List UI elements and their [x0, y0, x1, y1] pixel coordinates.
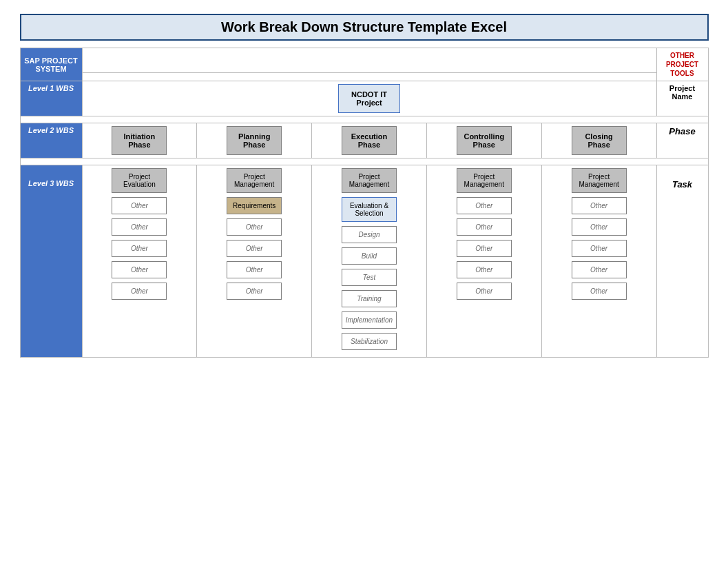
execution-task-5: Training: [342, 290, 397, 307]
execution-task-1: Evaluation & Selection: [342, 197, 397, 222]
closing-task-1: Other: [572, 197, 627, 214]
phase-right-label: Phase: [656, 123, 708, 158]
closing-task-3: Other: [572, 240, 627, 257]
execution-task-0: Project Management: [342, 168, 397, 193]
planning-tasks-cell: Project Management Requirements Other Ot…: [197, 165, 312, 358]
execution-phase-cell: Execution Phase: [312, 123, 427, 158]
controlling-task-1: Other: [457, 197, 512, 214]
closing-tasks-cell: Project Management Other Other Other Oth…: [541, 165, 656, 358]
initiation-task-1: Other: [112, 197, 167, 214]
closing-task-0: Project Management: [572, 168, 627, 193]
closing-task-5: Other: [572, 283, 627, 300]
initiation-task-5: Other: [112, 283, 167, 300]
task-right-label: Task: [656, 165, 708, 358]
planning-phase-box: Planning Phase: [227, 126, 282, 155]
initiation-task-3: Other: [112, 240, 167, 257]
closing-task-2: Other: [572, 218, 627, 236]
level3-row: Level 3 WBS Project Evaluation Other Oth…: [20, 165, 708, 358]
main-title: Work Break Down Structure Template Excel: [20, 14, 709, 41]
closing-phase-box: Closing Phase: [572, 126, 627, 155]
initiation-task-4: Other: [112, 261, 167, 278]
execution-task-3: Build: [342, 247, 397, 265]
level2-row: Level 2 WBS Initiation Phase Planning Ph…: [20, 123, 708, 158]
controlling-phase-box: Controlling Phase: [457, 126, 512, 155]
sap-label: SAP PROJECT SYSTEM: [20, 48, 82, 81]
controlling-task-3: Other: [457, 240, 512, 257]
initiation-phase-cell: Initiation Phase: [82, 123, 197, 158]
execution-task-6: Implementation: [342, 311, 397, 329]
initiation-phase-box: Initiation Phase: [112, 126, 167, 155]
level1-label: Level 1 WBS: [20, 81, 82, 116]
controlling-task-4: Other: [457, 261, 512, 278]
planning-task-5: Other: [227, 283, 282, 300]
level3-label: Level 3 WBS: [20, 165, 82, 358]
planning-task-1: Requirements: [227, 197, 282, 214]
planning-task-3: Other: [227, 240, 282, 257]
controlling-task-2: Other: [457, 218, 512, 236]
other-tools-label: OTHER PROJECT TOOLS: [656, 48, 708, 81]
wbs-table: SAP PROJECT SYSTEM OTHER PROJECT TOOLS L…: [20, 48, 709, 358]
initiation-task-0: Project Evaluation: [112, 168, 167, 193]
controlling-task-5: Other: [457, 283, 512, 300]
execution-task-2: Design: [342, 226, 397, 243]
planning-phase-cell: Planning Phase: [197, 123, 312, 158]
execution-tasks-cell: Project Management Evaluation & Selectio…: [312, 165, 427, 358]
ncdot-box: NCDOT IT Project: [338, 84, 400, 113]
execution-task-4: Test: [342, 269, 397, 286]
level2-label: Level 2 WBS: [20, 123, 82, 158]
spacer1: [20, 116, 708, 123]
closing-phase-cell: Closing Phase: [541, 123, 656, 158]
planning-task-4: Other: [227, 261, 282, 278]
initiation-tasks-cell: Project Evaluation Other Other Other Oth…: [82, 165, 197, 358]
spacer2: [20, 158, 708, 165]
level1-row: Level 1 WBS NCDOT IT Project Project Nam…: [20, 81, 708, 116]
header-spacer-row: [20, 73, 708, 81]
execution-phase-box: Execution Phase: [342, 126, 397, 155]
planning-task-0: Project Management: [227, 168, 282, 193]
controlling-task-0: Project Management: [457, 168, 512, 193]
controlling-tasks-cell: Project Management Other Other Other Oth…: [426, 165, 541, 358]
closing-task-4: Other: [572, 261, 627, 278]
project-name-label: Project Name: [656, 81, 708, 116]
execution-task-7: Stabilization: [342, 333, 397, 350]
header-row: SAP PROJECT SYSTEM OTHER PROJECT TOOLS: [20, 48, 708, 73]
wbs-container: Work Break Down Structure Template Excel…: [20, 14, 709, 358]
controlling-phase-cell: Controlling Phase: [426, 123, 541, 158]
initiation-task-2: Other: [112, 218, 167, 236]
planning-task-2: Other: [227, 218, 282, 236]
